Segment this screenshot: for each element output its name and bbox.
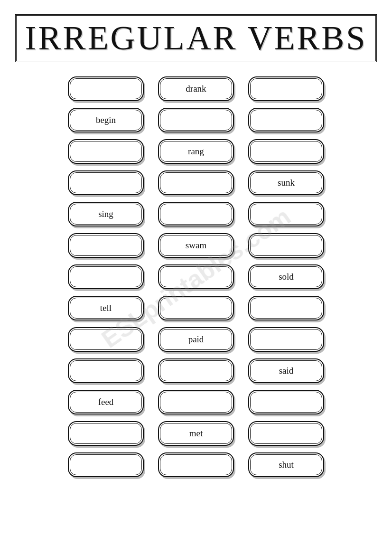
verb-box: drank bbox=[158, 76, 234, 101]
verb-box bbox=[248, 327, 324, 352]
verb-box: sing bbox=[68, 202, 144, 226]
verb-grid: drank begin rang sunksing swam soldtell … bbox=[54, 76, 338, 477]
verb-box bbox=[68, 264, 144, 289]
verb-box bbox=[68, 327, 144, 352]
verb-box bbox=[68, 233, 144, 258]
verb-box: paid bbox=[158, 327, 234, 352]
verb-box: feed bbox=[68, 390, 144, 414]
verb-box bbox=[68, 170, 144, 195]
verb-box bbox=[158, 108, 234, 132]
verb-box bbox=[248, 202, 324, 226]
verb-box bbox=[158, 296, 234, 320]
verb-box bbox=[248, 390, 324, 414]
verb-box: met bbox=[158, 421, 234, 446]
verb-box: begin bbox=[68, 108, 144, 132]
verb-box: sunk bbox=[248, 170, 324, 195]
verb-box bbox=[68, 421, 144, 446]
verb-box: swam bbox=[158, 233, 234, 258]
verb-box: said bbox=[248, 358, 324, 383]
verb-box bbox=[158, 358, 234, 383]
verb-box bbox=[248, 421, 324, 446]
verb-box bbox=[248, 296, 324, 320]
verb-box: shut bbox=[248, 452, 324, 477]
verb-box bbox=[248, 139, 324, 164]
verb-box: rang bbox=[158, 139, 234, 164]
verb-box bbox=[158, 390, 234, 414]
verb-box bbox=[158, 170, 234, 195]
verb-box bbox=[158, 264, 234, 289]
verb-box: tell bbox=[68, 296, 144, 320]
verb-box bbox=[68, 76, 144, 101]
verb-box bbox=[68, 358, 144, 383]
verb-box bbox=[158, 202, 234, 226]
verb-box bbox=[68, 452, 144, 477]
verb-box bbox=[158, 452, 234, 477]
verb-box bbox=[68, 139, 144, 164]
verb-box bbox=[248, 108, 324, 132]
verb-box bbox=[248, 76, 324, 101]
verb-box: sold bbox=[248, 264, 324, 289]
page-title: IRREGULAR VERBS bbox=[15, 14, 377, 62]
verb-box bbox=[248, 233, 324, 258]
